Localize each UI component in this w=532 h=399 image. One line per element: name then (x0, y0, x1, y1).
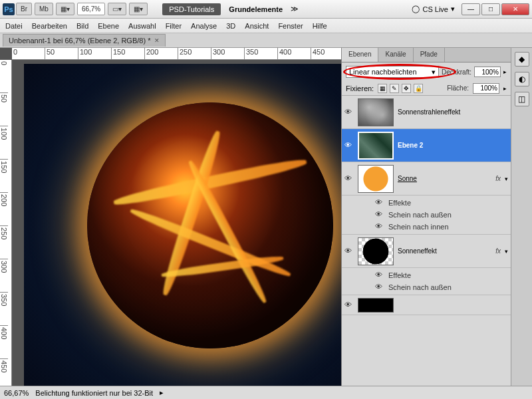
menu-filter[interactable]: Filter (166, 22, 182, 30)
menu-hilfe[interactable]: Hilfe (313, 22, 327, 30)
layer-name[interactable]: Ebene 2 (398, 142, 508, 149)
menu-ansicht[interactable]: Ansicht (245, 22, 269, 30)
tutorial-badge: PSD-Tutorials (162, 3, 221, 15)
close-button[interactable]: ✕ (501, 3, 529, 15)
visibility-icon[interactable]: 👁 (375, 210, 384, 219)
cslive-icon[interactable]: ◯ (412, 5, 420, 13)
chevrons-icon[interactable]: ≫ (291, 5, 299, 13)
canvas-area: 050100150200250300350400450500 050100150… (0, 48, 341, 386)
lock-position-icon[interactable]: ✥ (402, 84, 411, 93)
layer-row[interactable]: 👁 Sonnenstrahleneffekt (342, 96, 511, 129)
lock-all-icon[interactable]: 🔒 (414, 84, 423, 93)
status-zoom[interactable]: 66,67% (4, 389, 29, 397)
opacity-label: Deckkraft: (442, 68, 471, 76)
layer-row[interactable]: 👁 Ebene 2 (342, 129, 511, 162)
zoom-level[interactable]: 66,7% (77, 3, 105, 15)
lock-label: Fixieren: (346, 84, 374, 92)
doc-label: Grundelemente (229, 5, 283, 13)
effect-item[interactable]: Schein nach innen (388, 223, 449, 231)
layer-name[interactable]: Sonneneffekt (398, 247, 491, 255)
menu-bar: Datei Bearbeiten Bild Ebene Auswahl Filt… (0, 19, 532, 33)
menu-auswahl[interactable]: Auswahl (128, 22, 156, 30)
document-tab-bar: Unbenannt-1 bei 66,7% (Ebene 2, RGB/8) *… (0, 33, 532, 48)
fx-badge[interactable]: fx (495, 247, 501, 255)
canvas-artwork[interactable] (24, 64, 341, 386)
effect-item[interactable]: Schein nach außen (388, 283, 452, 291)
menu-analyse[interactable]: Analyse (191, 22, 217, 30)
ruler-horizontal: 050100150200250300350400450500 (12, 48, 341, 60)
visibility-icon[interactable]: 👁 (375, 271, 384, 280)
opacity-flyout-icon[interactable]: ▸ (503, 68, 507, 75)
maximize-button[interactable]: □ (481, 3, 500, 15)
fill-input[interactable] (473, 83, 499, 94)
layer-thumbnail[interactable] (358, 132, 394, 160)
layer-name[interactable]: Sonne (398, 175, 491, 182)
menu-ebene[interactable]: Ebene (98, 22, 119, 30)
tab-ebenen[interactable]: Ebenen (342, 48, 378, 62)
visibility-icon[interactable]: 👁 (375, 198, 384, 207)
swatches-icon[interactable]: ◆ (515, 52, 529, 66)
adjustments-icon[interactable]: ◐ (515, 72, 529, 86)
minibridge-button[interactable]: Mb (35, 3, 53, 15)
layer-name[interactable]: Sonnenstrahleneffekt (398, 108, 508, 116)
fill-flyout-icon[interactable]: ▸ (503, 85, 507, 92)
lock-transparency-icon[interactable]: ▦ (378, 84, 387, 93)
effect-item[interactable]: Schein nach außen (388, 211, 452, 219)
document-tab[interactable]: Unbenannt-1 bei 66,7% (Ebene 2, RGB/8) *… (3, 34, 166, 47)
visibility-icon[interactable]: 👁 (344, 141, 354, 150)
layer-effects: 👁Effekte 👁Schein nach außen (342, 268, 511, 295)
layers-list: 👁 Sonnenstrahleneffekt 👁 Ebene 2 👁 Sonne… (342, 96, 511, 386)
ruler-vertical: 050100150200250300350400450 (0, 60, 12, 386)
layer-row[interactable]: 👁 Sonneneffekt fx▾ (342, 235, 511, 268)
layer-thumbnail[interactable] (358, 298, 394, 313)
layer-row[interactable]: 👁 (342, 295, 511, 315)
status-bar: 66,67% Belichtung funktioniert nur bei 3… (0, 386, 532, 399)
lock-pixels-icon[interactable]: ✎ (390, 84, 399, 93)
visibility-icon[interactable]: 👁 (344, 174, 354, 184)
blend-mode-value: Linear nachbelichten (349, 68, 417, 76)
fx-badge[interactable]: fx (495, 175, 501, 182)
chevron-down-icon: ▾ (432, 68, 436, 76)
panel-side-icons: ◆ ◐ ◫ (511, 48, 532, 386)
visibility-icon[interactable]: 👁 (344, 301, 354, 310)
fill-label: Fläche: (447, 84, 469, 92)
menu-3d[interactable]: 3D (226, 22, 235, 30)
layer-effects: 👁Effekte 👁Schein nach außen 👁Schein nach… (342, 196, 511, 235)
menu-bild[interactable]: Bild (76, 22, 88, 30)
panel-tabs: Ebenen Kanäle Pfade (342, 48, 511, 63)
fx-chevron-icon[interactable]: ▾ (505, 176, 508, 182)
document-tab-label: Unbenannt-1 bei 66,7% (Ebene 2, RGB/8) * (9, 37, 150, 45)
view-button[interactable]: ▭▾ (108, 3, 126, 15)
tab-pfade[interactable]: Pfade (414, 48, 445, 62)
visibility-icon[interactable]: 👁 (344, 247, 354, 256)
menu-datei[interactable]: Datei (5, 22, 23, 30)
status-flyout-icon[interactable]: ▸ (160, 388, 164, 397)
visibility-icon[interactable]: 👁 (375, 283, 384, 292)
layer-thumbnail[interactable] (358, 237, 394, 265)
minimize-button[interactable]: — (462, 3, 480, 15)
arrange-button[interactable]: ▦▾ (129, 3, 148, 15)
app-icon: Ps (3, 3, 15, 15)
menu-bearbeiten[interactable]: Bearbeiten (32, 22, 67, 30)
effects-label[interactable]: Effekte (388, 271, 411, 279)
close-tab-icon[interactable]: ✕ (154, 37, 160, 44)
visibility-icon[interactable]: 👁 (344, 108, 354, 117)
screen-mode-button[interactable]: ▦▾ (56, 3, 74, 15)
blend-mode-select[interactable]: Linear nachbelichten ▾ (346, 66, 439, 78)
effects-label[interactable]: Effekte (388, 199, 411, 207)
layer-row[interactable]: 👁 Sonne fx▾ (342, 162, 511, 196)
bridge-button[interactable]: Br (16, 3, 32, 15)
crop-icon[interactable]: ◫ (515, 92, 529, 106)
cslive-dropdown-icon[interactable]: ▾ (451, 5, 455, 13)
status-msg: Belichtung funktioniert nur bei 32-Bit (35, 389, 153, 397)
title-bar: Ps Br Mb ▦▾ 66,7% ▭▾ ▦▾ PSD-Tutorials Gr… (0, 0, 532, 19)
tab-kanaele[interactable]: Kanäle (378, 48, 413, 62)
fx-chevron-icon[interactable]: ▾ (505, 248, 508, 255)
visibility-icon[interactable]: 👁 (375, 222, 384, 231)
layer-thumbnail[interactable] (358, 98, 394, 126)
layer-thumbnail[interactable] (358, 165, 394, 193)
opacity-input[interactable] (474, 66, 501, 77)
planet-graphic (87, 102, 333, 348)
cslive-label[interactable]: CS Live (422, 5, 448, 13)
menu-fenster[interactable]: Fenster (278, 22, 303, 30)
